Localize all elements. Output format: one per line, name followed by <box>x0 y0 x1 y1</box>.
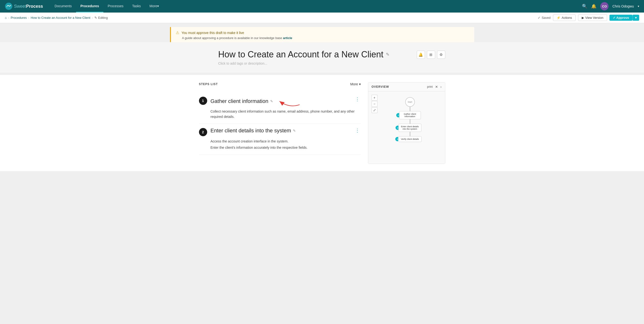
step-1-title[interactable]: Gather client information <box>210 98 268 104</box>
step-2-header: 2 Enter client details into the system ✎… <box>199 128 361 136</box>
step-2-menu-icon[interactable]: ⋮ <box>354 128 361 133</box>
warning-icon: ⚠ <box>176 30 179 35</box>
steps-list-header: STEPS LIST More ▾ <box>199 82 361 88</box>
nav-more[interactable]: More <box>145 0 163 12</box>
gear-tool-icon: ⚙ <box>440 53 442 57</box>
nav-tasks[interactable]: Tasks <box>128 0 145 12</box>
procedure-title-text: How to Create an Account for a New Clien… <box>218 49 384 60</box>
flow-line-0 <box>410 107 410 111</box>
step-1-description: Collect necessary client information suc… <box>210 109 361 120</box>
step-2-description: Access the account creation interface in… <box>210 139 361 144</box>
avatar[interactable]: CO <box>600 2 608 10</box>
steps-more-label: More <box>350 82 358 86</box>
step-2-description-2: Enter the client's information accuratel… <box>210 145 361 150</box>
steps-more-button[interactable]: More ▾ <box>350 82 361 86</box>
warning-article-link[interactable]: article <box>283 36 292 40</box>
view-version-button[interactable]: ▶ View Version <box>578 14 607 21</box>
steps-list-panel: STEPS LIST More ▾ 1 Gather client inform… <box>199 82 361 164</box>
approve-button[interactable]: ✓ Approve <box>610 15 632 21</box>
bolt-icon: ⚡ <box>556 16 560 19</box>
procedure-header-area: 🔔 ⊞ ⚙ How to Create an Account for a New… <box>0 42 644 73</box>
procedure-header-inner: 🔔 ⊞ ⚙ How to Create an Account for a New… <box>189 49 455 65</box>
procedure-tool-icons: 🔔 ⊞ ⚙ <box>417 51 445 59</box>
flow-node-wrapper-2: 2 Enter client detailsinto the system <box>398 124 422 132</box>
procedure-title-edit-icon[interactable]: ✎ <box>386 52 390 57</box>
step-item-2: 2 Enter client details into the system ✎… <box>199 124 361 155</box>
step-1-header: 1 Gather client information ✎ <box>199 96 361 106</box>
navbar: SweetProcess Documents Procedures Proces… <box>0 0 644 12</box>
flow-line-1 <box>410 119 410 124</box>
breadcrumb-bar: ⌂ › Procedures › How to Create an Accoun… <box>0 12 644 23</box>
step-1-pencil-icon[interactable]: ✎ <box>270 99 273 103</box>
svg-point-0 <box>5 3 12 10</box>
overview-diagram: + − ⤢ Start 1 Gather clientinformation <box>368 91 445 164</box>
diagram-flow: Start 1 Gather clientinformation 2 Enter… <box>378 95 442 142</box>
bell-tool-button[interactable]: 🔔 <box>417 51 425 59</box>
nav-procedures[interactable]: Procedures <box>76 0 103 12</box>
search-icon[interactable]: 🔍 <box>582 3 587 9</box>
flow-node-1[interactable]: Gather clientinformation <box>399 111 421 119</box>
saved-label-text: Saved <box>542 16 550 19</box>
overview-title: OVERVIEW <box>372 85 389 88</box>
breadcrumb-sep-3: › <box>92 16 93 19</box>
breadcrumb-home[interactable]: ⌂ <box>5 16 7 19</box>
username[interactable]: Chris Odogwu <box>612 4 634 8</box>
brand-logo-area[interactable]: SweetProcess <box>5 2 43 10</box>
view-version-label: View Version <box>585 16 604 19</box>
breadcrumb: ⌂ › Procedures › How to Create an Accoun… <box>5 16 108 19</box>
steps-section-inner: STEPS LIST More ▾ 1 Gather client inform… <box>170 82 474 164</box>
saved-status: ✓ Saved <box>538 16 550 19</box>
play-icon: ▶ <box>582 16 584 19</box>
approve-dropdown-button[interactable]: ▾ <box>632 15 639 21</box>
step-1-title-area: Gather client information ✎ <box>210 96 350 106</box>
breadcrumb-actions: ✓ Saved ⚡ Actions ▶ View Version ✓ Appro… <box>538 14 639 21</box>
procedure-tags-placeholder[interactable]: Click to add tags or description... <box>218 61 426 65</box>
step-2-number: 2 <box>199 128 207 136</box>
actions-label: Actions <box>562 16 572 19</box>
diagram-zoom-controls: + − ⤢ <box>372 95 378 113</box>
step-2-title-area: Enter client details into the system ✎ <box>210 128 350 134</box>
editing-label: Editing <box>98 16 108 19</box>
warning-title-text: You must approve this draft to make it l… <box>182 31 244 35</box>
zoom-in-button[interactable]: + <box>372 95 378 101</box>
zoom-out-button[interactable]: − <box>372 101 378 107</box>
columns-tool-button[interactable]: ⊞ <box>427 51 435 59</box>
breadcrumb-sep-1: › <box>8 16 9 19</box>
approve-check-icon: ✓ <box>613 16 616 19</box>
flow-line-2 <box>410 132 410 136</box>
user-menu-chevron[interactable]: ▾ <box>638 4 639 8</box>
flow-node-2[interactable]: Enter client detailsinto the system <box>398 124 422 132</box>
flow-node-wrapper-3: 3 Verify client details <box>398 136 422 142</box>
overview-expand-button[interactable]: › <box>440 85 442 89</box>
nav-right: 🔍 🔔 CO Chris Odogwu ▾ <box>582 2 639 10</box>
brand-name: SweetProcess <box>14 4 43 9</box>
breadcrumb-procedures[interactable]: Procedures <box>10 16 26 19</box>
steps-more-chevron: ▾ <box>359 82 361 86</box>
sweetprocess-logo <box>5 2 12 10</box>
svg-point-1 <box>6 6 8 7</box>
nav-documents[interactable]: Documents <box>50 0 76 12</box>
nav-processes[interactable]: Processes <box>103 0 128 12</box>
approve-dropdown-arrow: ▾ <box>635 16 637 19</box>
bell-tool-icon: 🔔 <box>418 53 423 57</box>
breadcrumb-editing: ✎ Editing <box>94 16 108 19</box>
step-2-title[interactable]: Enter client details into the system <box>210 128 291 134</box>
check-icon: ✓ <box>538 16 540 19</box>
overview-print-button[interactable]: print <box>427 85 432 88</box>
breadcrumb-procedure-name[interactable]: How to Create an Account for a New Clien… <box>31 16 90 19</box>
editing-pencil-icon: ✎ <box>94 16 97 19</box>
step-2-pencil-icon[interactable]: ✎ <box>293 129 296 133</box>
bell-icon[interactable]: 🔔 <box>591 3 596 9</box>
overview-close-button[interactable]: ✕ <box>435 85 438 89</box>
step-item-1: 1 Gather client information ✎ <box>199 92 361 124</box>
actions-button[interactable]: ⚡ Actions <box>553 14 576 21</box>
flow-node-wrapper-1: 1 Gather clientinformation <box>399 111 421 119</box>
gear-tool-button[interactable]: ⚙ <box>437 51 445 59</box>
procedure-title: How to Create an Account for a New Clien… <box>218 49 426 60</box>
zoom-fit-button[interactable]: ⤢ <box>372 107 378 113</box>
red-arrow <box>278 96 302 106</box>
steps-section: STEPS LIST More ▾ 1 Gather client inform… <box>0 75 644 171</box>
warning-description: A guide about approving a procedure is a… <box>182 36 470 40</box>
flow-node-3[interactable]: Verify client details <box>398 136 422 142</box>
step-1-menu-icon[interactable]: ⋮ <box>354 96 361 102</box>
